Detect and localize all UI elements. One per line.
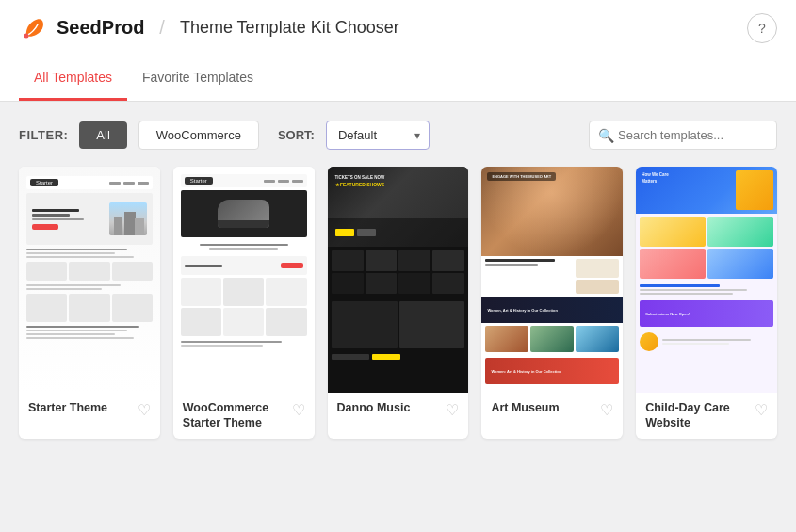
template-card-art[interactable]: ENGAGE WITH THE MUSEO ART Women, Art & H… [481,167,623,439]
tmpl-woo-new-arrivals [181,256,307,275]
page-title: Theme Template Kit Chooser [180,18,399,38]
tmpl-header: Starter [26,176,153,189]
tmpl-nav [109,182,149,185]
tmpl-woo-logo: Starter [185,177,213,185]
favorite-button-art[interactable]: ♡ [600,401,613,419]
tmpl-woo-products [181,278,307,336]
tmpl-cols2 [26,294,153,322]
sort-select[interactable]: Default Newest Oldest A-Z Z-A [326,121,430,150]
logo: SeedProd [19,13,144,43]
tmpl-art-cards [481,323,623,355]
filter-bar: FILTER: All WooCommerce SORT: Default Ne… [19,121,777,150]
filter-label: FILTER: [19,128,68,142]
template-footer-art: Art Museum ♡ [481,393,623,427]
tmpl-woo-testimonial [181,339,307,348]
template-thumbnail-childcare: How We CareMatters [636,167,777,393]
tmpl-music-footer [328,352,469,362]
favorite-button-childcare[interactable]: ♡ [755,401,768,419]
template-footer-childcare: Child-Day Care Website ♡ [636,393,777,439]
template-thumbnail-danno: TICKETS ON SALE NOW ★ FEATURED SHOWS [328,167,469,393]
tmpl-care-hero: How We CareMatters [636,167,777,214]
seedprod-logo-icon [19,13,49,43]
header-divider: / [159,17,165,39]
app-header: SeedProd / Theme Template Kit Chooser ? [0,0,796,56]
tmpl-care-bottom [636,330,777,354]
favorite-button-danno[interactable]: ♡ [446,401,459,419]
tmpl-music-events [328,247,469,298]
template-name-childcare: Child-Day Care Website [645,400,755,431]
search-wrapper: 🔍 [589,121,777,150]
tab-all-templates[interactable]: All Templates [19,56,127,101]
template-name-danno: Danno Music [337,400,411,415]
tmpl-music-hero: TICKETS ON SALE NOW ★ FEATURED SHOWS [328,167,469,247]
template-name-art: Art Museum [491,400,559,415]
templates-grid: Starter [19,167,777,439]
help-button[interactable]: ? [747,13,777,43]
tab-favorite-templates[interactable]: Favorite Templates [127,56,268,101]
search-input[interactable] [589,121,777,150]
template-name-starter: Starter Theme [28,400,107,415]
template-card-childcare[interactable]: How We CareMatters [636,167,777,439]
tmpl-art-banner: Women, Art & History in Our Collection [481,297,623,323]
tmpl-care-text-section [636,282,777,298]
tmpl-cols [26,262,153,281]
template-card-woo[interactable]: Starter [173,167,315,439]
search-icon: 🔍 [598,128,614,143]
tmpl-care-grid1 [636,214,777,282]
tmpl-logo: Starter [30,179,58,186]
tmpl-body-text [26,249,153,258]
tabs-bar: All Templates Favorite Templates [0,56,796,102]
tmpl-art-section1 [481,256,623,297]
tmpl-woo-nav [264,180,303,183]
tmpl-art-footer2: Women: Art & History in Our Collection [481,355,623,387]
favorite-button-starter[interactable]: ♡ [138,401,151,419]
tmpl-art-face: ENGAGE WITH THE MUSEO ART [481,167,623,256]
tmpl-city [109,202,147,235]
svg-point-0 [24,33,29,38]
tmpl-woo-header: Starter [181,174,307,187]
tmpl-body-text2 [26,284,153,290]
tmpl-hero [26,193,153,245]
template-footer-woo: WooCommerce Starter Theme ♡ [173,393,315,439]
tmpl-woo-shoe-section [181,190,307,237]
template-thumbnail-woo: Starter [173,167,315,393]
tmpl-care-submissions: Submissions Now Open! [636,298,777,330]
template-name-woo: WooCommerce Starter Theme [183,400,292,431]
template-thumbnail-starter: Starter [19,167,160,393]
filter-woocommerce-button[interactable]: WooCommerce [138,121,259,150]
template-card-danno[interactable]: TICKETS ON SALE NOW ★ FEATURED SHOWS [328,167,469,439]
tmpl-faq [26,326,153,339]
template-footer-danno: Danno Music ♡ [328,393,469,427]
filter-all-button[interactable]: All [79,121,126,149]
header-left: SeedProd / Theme Template Kit Chooser [19,13,399,43]
tmpl-music-bottom [328,298,469,352]
tmpl-woo-tagline [181,240,307,253]
sort-label: SORT: [278,128,315,142]
tmpl-hero-text [32,209,84,230]
sort-select-wrapper[interactable]: Default Newest Oldest A-Z Z-A [326,121,430,150]
favorite-button-woo[interactable]: ♡ [292,401,305,419]
main-content: FILTER: All WooCommerce SORT: Default Ne… [0,102,796,448]
template-thumbnail-art: ENGAGE WITH THE MUSEO ART Women, Art & H… [481,167,623,393]
template-card-starter[interactable]: Starter [19,167,160,439]
template-footer-starter: Starter Theme ♡ [19,393,160,427]
logo-text: SeedProd [57,17,144,39]
